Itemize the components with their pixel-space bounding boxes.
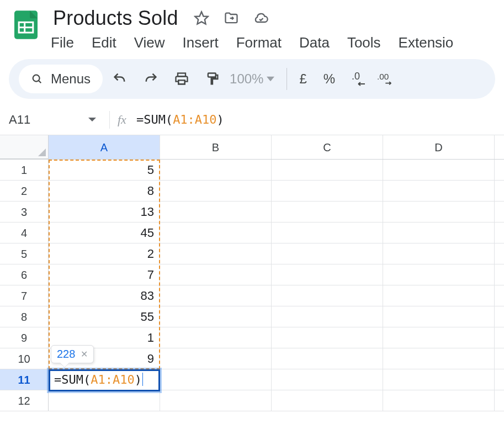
cell-d1[interactable]: [383, 160, 495, 180]
cell-c6[interactable]: [272, 264, 383, 285]
cell-b6[interactable]: [160, 264, 272, 285]
row-header[interactable]: 4: [0, 223, 49, 243]
cell-c8[interactable]: [272, 306, 383, 327]
cell-a12[interactable]: [49, 390, 160, 411]
chevron-down-icon: [267, 75, 274, 83]
row-header[interactable]: 5: [0, 243, 49, 264]
cell-d8[interactable]: [383, 306, 495, 327]
cell-a7[interactable]: 83: [49, 285, 160, 306]
row-header[interactable]: 7: [0, 285, 49, 306]
search-icon: [31, 73, 43, 85]
select-all-corner[interactable]: [0, 135, 49, 159]
cell-d6[interactable]: [383, 264, 495, 285]
cloud-status-icon[interactable]: [253, 10, 269, 26]
column-header-b[interactable]: B: [160, 135, 272, 159]
cell-c4[interactable]: [272, 223, 383, 243]
cell-c11[interactable]: [272, 369, 383, 390]
fx-icon: fx: [118, 113, 126, 127]
cell-b10[interactable]: [160, 348, 272, 369]
column-header-d[interactable]: D: [383, 135, 495, 159]
menu-extensions[interactable]: Extensio: [399, 34, 454, 51]
formula-input[interactable]: =SUM(A1:A10): [136, 113, 224, 126]
redo-button[interactable]: [141, 70, 160, 88]
undo-button[interactable]: [110, 70, 129, 88]
svg-rect-9: [208, 73, 216, 77]
cell-b9[interactable]: [160, 327, 272, 348]
menu-format[interactable]: Format: [236, 34, 282, 51]
paint-format-button[interactable]: [203, 70, 222, 88]
cell-a3[interactable]: 13: [49, 202, 160, 222]
menu-data[interactable]: Data: [299, 34, 330, 51]
cell-d3[interactable]: [383, 202, 495, 222]
percent-format-button[interactable]: %: [323, 71, 335, 87]
spreadsheet-grid[interactable]: A B C D 15 28 313 445 52 67 783 855 91 1…: [0, 135, 504, 411]
cell-d2[interactable]: [383, 181, 495, 201]
tooltip-value: 228: [57, 348, 75, 361]
cell-c1[interactable]: [272, 160, 383, 180]
menus-search[interactable]: Menus: [19, 65, 103, 93]
row-header[interactable]: 2: [0, 181, 49, 201]
cell-c7[interactable]: [272, 285, 383, 306]
cell-d10[interactable]: [383, 348, 495, 369]
currency-format-button[interactable]: £: [299, 71, 306, 87]
cell-a6[interactable]: 7: [49, 264, 160, 285]
formula-bar: A11 fx =SUM(A1:A10): [0, 104, 504, 135]
name-box[interactable]: A11: [9, 113, 102, 127]
cell-a2[interactable]: 8: [49, 181, 160, 201]
cell-a8[interactable]: 55: [49, 306, 160, 327]
row-header[interactable]: 9: [0, 327, 49, 348]
cell-b1[interactable]: [160, 160, 272, 180]
move-to-folder-icon[interactable]: [224, 10, 239, 26]
cell-a11-editing[interactable]: =SUM(A1:A10): [49, 369, 160, 390]
cell-b12[interactable]: [160, 390, 272, 411]
cell-c5[interactable]: [272, 243, 383, 264]
cell-b8[interactable]: [160, 306, 272, 327]
row-header[interactable]: 6: [0, 264, 49, 285]
cell-c10[interactable]: [272, 348, 383, 369]
cell-d11[interactable]: [383, 369, 495, 390]
print-button[interactable]: [172, 70, 191, 88]
menu-view[interactable]: View: [134, 34, 165, 51]
cell-d7[interactable]: [383, 285, 495, 306]
cell-b11[interactable]: [160, 369, 272, 390]
document-title[interactable]: Products Sold: [51, 6, 181, 31]
menu-edit[interactable]: Edit: [92, 34, 116, 51]
cell-a4[interactable]: 45: [49, 223, 160, 243]
menu-file[interactable]: File: [51, 34, 74, 51]
cell-c9[interactable]: [272, 327, 383, 348]
cell-a1[interactable]: 5: [49, 160, 160, 180]
menu-insert[interactable]: Insert: [183, 34, 219, 51]
cell-a5[interactable]: 2: [49, 243, 160, 264]
cell-d5[interactable]: [383, 243, 495, 264]
close-icon[interactable]: ✕: [81, 349, 88, 359]
column-header-c[interactable]: C: [272, 135, 383, 159]
row-header[interactable]: 10: [0, 348, 49, 369]
formula-range: A1:A10: [173, 113, 216, 126]
cell-d9[interactable]: [383, 327, 495, 348]
menu-tools[interactable]: Tools: [347, 34, 381, 51]
cell-d4[interactable]: [383, 223, 495, 243]
cell-c12[interactable]: [272, 390, 383, 411]
cell-b2[interactable]: [160, 181, 272, 201]
cell-b4[interactable]: [160, 223, 272, 243]
row-header[interactable]: 11: [0, 369, 49, 390]
column-header-a[interactable]: A: [49, 135, 160, 159]
row-header[interactable]: 1: [0, 160, 49, 180]
cell-d12[interactable]: [383, 390, 495, 411]
cell-c2[interactable]: [272, 181, 383, 201]
separator: [109, 111, 110, 129]
row-header[interactable]: 8: [0, 306, 49, 327]
star-icon[interactable]: [194, 10, 209, 26]
name-box-value: A11: [9, 113, 83, 127]
cell-b7[interactable]: [160, 285, 272, 306]
sheets-logo[interactable]: [9, 8, 43, 42]
increase-decimal-button[interactable]: .00: [377, 70, 396, 88]
chevron-down-icon: [88, 118, 96, 121]
decrease-decimal-button[interactable]: .0: [351, 70, 369, 88]
cell-c3[interactable]: [272, 202, 383, 222]
cell-b3[interactable]: [160, 202, 272, 222]
cell-b5[interactable]: [160, 243, 272, 264]
zoom-dropdown[interactable]: 100%: [230, 71, 274, 87]
row-header[interactable]: 12: [0, 390, 49, 411]
row-header[interactable]: 3: [0, 202, 49, 222]
